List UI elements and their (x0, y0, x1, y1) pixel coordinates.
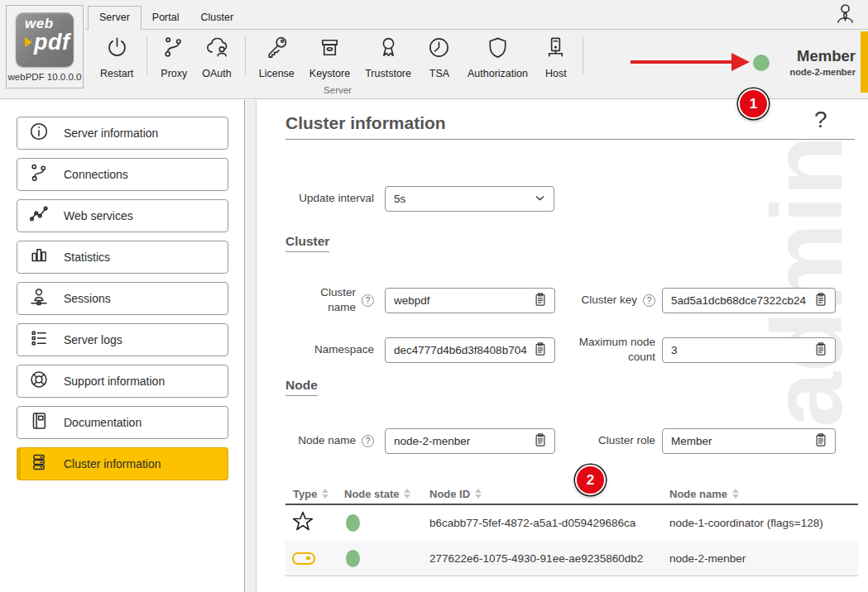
license-label: License (259, 68, 295, 79)
column-header-node-id[interactable]: Node ID (422, 488, 662, 500)
tab-portal[interactable]: Portal (141, 6, 190, 30)
help-circle-icon[interactable]: ? (362, 435, 374, 447)
node-role-label: Member (776, 47, 856, 64)
node-name-cell: node-1-coordinator (flags=128) (662, 517, 858, 529)
keystore-button[interactable]: Keystore (302, 35, 357, 79)
annotation-badge-2: 2 (575, 465, 606, 495)
header: Server Portal Cluster Restart Proxy OAut… (0, 0, 868, 99)
truststore-label: Truststore (365, 68, 411, 79)
cluster-section-heading: Cluster (285, 234, 329, 252)
copy-button[interactable] (813, 292, 828, 309)
restart-button[interactable]: Restart (93, 35, 141, 79)
tsa-button[interactable]: TSA (419, 35, 460, 79)
webpdf-admin-window: Server Portal Cluster Restart Proxy OAut… (0, 0, 868, 592)
page-title-wrap: Cluster information (285, 113, 855, 140)
host-icon (543, 35, 568, 64)
nodes-table-header: Type Node state Node ID Node name (285, 484, 858, 505)
column-header-node-state[interactable]: Node state (337, 488, 422, 500)
logo-play-icon (25, 37, 32, 47)
field-label-text: Cluster key (581, 293, 637, 308)
update-interval-select[interactable]: 5s (385, 186, 554, 212)
help-circle-icon[interactable]: ? (643, 294, 655, 307)
cluster-role-label: Cluster role (505, 423, 655, 458)
web-services-icon (17, 203, 50, 228)
page-title: Cluster information (285, 113, 855, 139)
proxy-button[interactable]: Proxy (153, 35, 194, 79)
cluster-key-input[interactable] (662, 288, 836, 313)
truststore-icon (376, 35, 401, 64)
sidebar-scrollbar[interactable] (244, 100, 257, 592)
license-icon (264, 35, 290, 64)
authorization-button[interactable]: Authorization (460, 35, 535, 79)
truststore-button[interactable]: Truststore (357, 35, 419, 79)
toolbar-group-label: Server (93, 85, 583, 95)
cluster-role-input[interactable] (662, 428, 836, 454)
table-row: 277622e6-1075-4930-91ee-ae9235860db2 nod… (285, 541, 858, 576)
oauth-button[interactable]: OAuth (194, 35, 238, 79)
node-id-cell: b6cabb77-5fef-4872-a5a1-d059429686ca (422, 517, 662, 529)
column-label: Node state (344, 488, 399, 500)
proxy-label: Proxy (161, 68, 187, 79)
keystore-icon (317, 35, 343, 64)
column-label: Type (293, 488, 317, 500)
authorization-label: Authorization (468, 68, 528, 79)
logo-text-pdf: pdf (34, 31, 70, 53)
sidebar-item-sessions[interactable]: Sessions (17, 282, 228, 315)
sort-icon (322, 489, 328, 499)
clipboard-icon (813, 292, 828, 309)
app-logo-box: web pdf webPDF 10.0.0.0 (6, 5, 84, 88)
node-status-dot (753, 55, 770, 71)
copy-button[interactable] (813, 341, 828, 359)
sidebar-item-label: Sessions (64, 292, 111, 305)
toolbar-separator (245, 36, 246, 74)
max-node-count-value[interactable] (671, 344, 808, 356)
sort-icon (732, 489, 739, 499)
tab-cluster[interactable]: Cluster (189, 6, 244, 30)
tsa-label: TSA (429, 68, 449, 79)
sidebar-item-label: Web services (64, 209, 133, 222)
host-button[interactable]: Host (535, 35, 577, 79)
node-id-cell: 277622e6-1075-4930-91ee-ae9235860db2 (422, 552, 662, 565)
toolbar-separator (583, 36, 583, 74)
node-section-heading: Node (285, 378, 318, 396)
update-interval-value: 5s (394, 193, 533, 205)
sidebar-item-cluster-information[interactable]: Cluster information (17, 447, 228, 480)
help-circle-icon[interactable]: ? (362, 294, 374, 307)
tsa-icon (426, 35, 452, 64)
sidebar-item-statistics[interactable]: Statistics (17, 241, 228, 274)
statistics-icon (17, 245, 50, 270)
cluster-key-value[interactable] (671, 294, 808, 307)
sidebar-item-server-information[interactable]: Server information (17, 117, 228, 150)
node-name-field-label: Node name ? (257, 423, 374, 458)
keystore-label: Keystore (309, 68, 350, 79)
sidebar-item-connections[interactable]: Connections (17, 158, 228, 191)
license-button[interactable]: License (252, 35, 302, 79)
help-icon[interactable]: ? (814, 107, 827, 133)
sidebar-item-label: Server information (64, 127, 158, 140)
sidebar-item-web-services[interactable]: Web services (17, 199, 228, 232)
node-state-dot (337, 550, 422, 567)
sidebar-item-server-logs[interactable]: Server logs (17, 323, 228, 356)
field-label-text: Cluster role (598, 433, 655, 448)
cluster-role-value[interactable] (671, 435, 808, 447)
sidebar-item-label: Statistics (64, 251, 110, 264)
sidebar-item-documentation[interactable]: Documentation (17, 406, 228, 439)
column-header-type[interactable]: Type (285, 488, 337, 500)
proxy-icon (161, 35, 187, 64)
member-chip-icon (285, 552, 337, 565)
user-icon (833, 14, 857, 28)
column-header-node-name[interactable]: Node name (662, 488, 858, 500)
authorization-icon (485, 35, 511, 64)
sidebar-item-label: Support information (64, 375, 165, 388)
account-button[interactable] (833, 2, 857, 29)
sidebar-item-support-information[interactable]: Support information (17, 365, 228, 398)
tab-server[interactable]: Server (88, 6, 141, 31)
sidebar-item-label: Cluster information (64, 457, 161, 470)
nodes-table: Type Node state Node ID Node name (285, 484, 858, 576)
accent-bar (861, 31, 868, 93)
max-node-count-input[interactable] (662, 337, 836, 363)
info-icon (17, 121, 50, 146)
max-node-count-label: Maximum node count (505, 332, 655, 367)
connections-icon (17, 162, 50, 187)
copy-button[interactable] (813, 432, 828, 450)
